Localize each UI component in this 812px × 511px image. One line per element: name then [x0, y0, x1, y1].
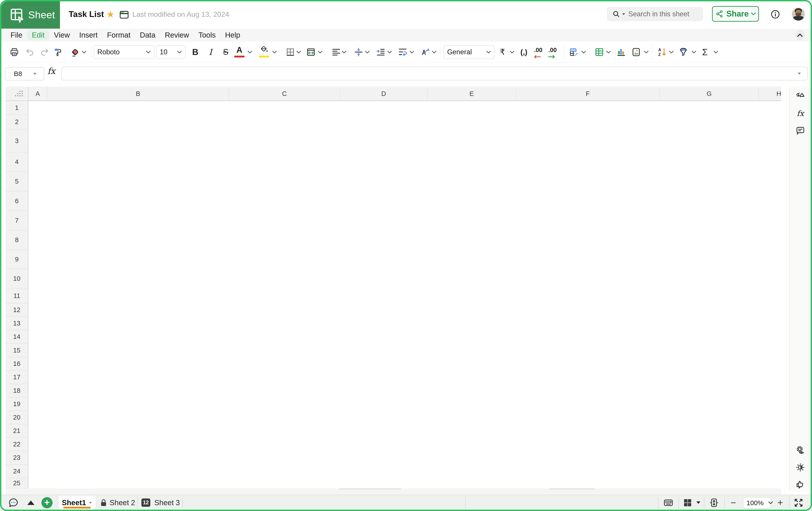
column-header[interactable]: C [229, 87, 340, 100]
view-settings-icon[interactable] [795, 445, 806, 456]
menu-item[interactable]: Help [220, 30, 245, 40]
sheet-view-button[interactable] [682, 495, 693, 510]
column-header[interactable]: E [428, 87, 516, 100]
redo-button[interactable] [39, 47, 50, 57]
sheet-canvas[interactable] [28, 101, 781, 488]
search-options-arrow[interactable] [622, 13, 625, 15]
menu-item[interactable]: Insert [75, 30, 103, 40]
currency-button[interactable]: ₹ [497, 47, 508, 57]
indent-button[interactable] [375, 47, 386, 57]
row-header[interactable]: 7 [6, 211, 28, 230]
text-orientation-chevron[interactable] [432, 51, 437, 54]
zoom-level-select[interactable]: 100% [743, 497, 771, 509]
vertical-align-chevron[interactable] [365, 51, 370, 54]
collapse-toolbar-button[interactable] [795, 30, 805, 40]
virtual-keyboard-button[interactable] [662, 495, 675, 510]
sidebar-fx-icon[interactable]: fx [795, 108, 806, 119]
italic-button[interactable]: I [205, 47, 216, 57]
filter-chevron[interactable] [691, 51, 696, 54]
share-button[interactable]: Share [712, 6, 759, 22]
zoom-in-button[interactable]: + [776, 495, 785, 510]
sheet-list-button[interactable] [26, 495, 36, 510]
row-header[interactable]: 1 [6, 101, 28, 115]
menu-item[interactable]: View [49, 30, 75, 40]
row-header[interactable]: 12 [6, 303, 28, 317]
horizontal-scrollbar[interactable] [6, 488, 781, 495]
text-wrap-chevron[interactable] [409, 51, 414, 54]
sum-button[interactable]: Σ [699, 47, 710, 57]
row-header[interactable]: 21 [6, 424, 28, 438]
currency-chevron[interactable] [510, 51, 515, 54]
cell-reference-box[interactable]: B8 [5, 67, 44, 81]
insert-chart-button[interactable] [616, 47, 627, 57]
favorite-star-icon[interactable]: ★ [107, 0, 115, 29]
filter-button[interactable] [678, 47, 689, 57]
fit-to-screen-button[interactable] [708, 495, 720, 510]
column-header[interactable]: B [47, 87, 229, 100]
row-header[interactable]: 14 [6, 330, 28, 343]
number-format-select[interactable]: General [443, 45, 495, 59]
row-header[interactable]: 17 [6, 371, 28, 384]
font-size-select[interactable]: 10 [156, 45, 185, 59]
column-header[interactable]: A [28, 87, 47, 100]
row-header[interactable]: 25 [6, 478, 28, 488]
horizontal-align-button[interactable] [331, 47, 342, 57]
clear-format-button[interactable] [69, 47, 81, 57]
row-header[interactable]: 20 [6, 411, 28, 424]
zia-assistant-icon[interactable] [795, 90, 806, 101]
conditional-format-button[interactable] [569, 47, 579, 57]
search-box[interactable]: Search in this sheet [607, 7, 703, 21]
column-header[interactable]: H [759, 87, 781, 100]
sort-chevron[interactable] [669, 51, 674, 54]
theme-brightness-icon[interactable] [795, 462, 806, 473]
menu-item[interactable]: Format [103, 30, 135, 40]
folder-icon[interactable] [119, 9, 130, 20]
insert-table-button[interactable] [594, 47, 605, 57]
info-icon[interactable] [771, 9, 780, 19]
row-header[interactable]: 2 [6, 115, 28, 129]
sheet-tab-menu-arrow[interactable] [89, 502, 92, 504]
merge-chevron[interactable] [318, 51, 323, 54]
row-header[interactable]: 5 [6, 172, 28, 191]
menu-item[interactable]: Edit [27, 30, 49, 40]
add-sheet-button[interactable]: + [41, 497, 53, 508]
row-header[interactable]: 3 [6, 129, 28, 152]
sheet-tab-active[interactable]: Sheet1 [58, 495, 96, 510]
sheet-tab-3[interactable]: Sheet 3 [152, 495, 182, 510]
column-header[interactable]: G [660, 87, 759, 100]
font-family-select[interactable]: Roboto [94, 45, 154, 59]
row-header[interactable]: 16 [6, 357, 28, 371]
undo-button[interactable] [25, 47, 35, 57]
sheet-view-arrow[interactable] [694, 495, 702, 510]
feedback-icon[interactable] [795, 479, 806, 490]
insert-image-button[interactable] [631, 47, 642, 57]
font-color-chevron[interactable] [248, 51, 252, 54]
sheet-tab-2[interactable]: Sheet 2 [98, 495, 137, 510]
clear-format-chevron[interactable] [82, 51, 87, 54]
row-header[interactable]: 18 [6, 384, 28, 397]
row-header[interactable]: 11 [6, 288, 28, 303]
row-header[interactable]: 9 [6, 250, 28, 269]
indent-chevron[interactable] [387, 51, 392, 54]
strikethrough-button[interactable]: S [220, 47, 231, 57]
fill-color-button[interactable] [259, 44, 269, 55]
menu-item[interactable]: Review [160, 30, 194, 40]
row-header[interactable]: 8 [6, 230, 28, 250]
sidebar-comments-icon[interactable] [795, 125, 806, 136]
menu-item[interactable]: Data [135, 30, 160, 40]
conditional-format-chevron[interactable] [581, 51, 586, 54]
app-logo[interactable]: Sheet [1, 1, 60, 29]
print-button[interactable] [9, 47, 20, 57]
formula-expand-arrow[interactable] [798, 73, 801, 74]
insert-image-chevron[interactable] [644, 51, 649, 54]
horizontal-align-chevron[interactable] [342, 51, 347, 54]
user-avatar[interactable] [792, 8, 805, 21]
text-wrap-button[interactable] [397, 47, 408, 57]
borders-button[interactable] [285, 47, 296, 57]
insert-table-chevron[interactable] [606, 51, 611, 54]
merge-cells-button[interactable] [306, 47, 316, 57]
name-box-arrow[interactable] [33, 73, 36, 75]
borders-chevron[interactable] [296, 51, 301, 54]
vertical-align-button[interactable] [353, 47, 364, 57]
increase-decimal-button[interactable]: .00 [547, 45, 558, 55]
